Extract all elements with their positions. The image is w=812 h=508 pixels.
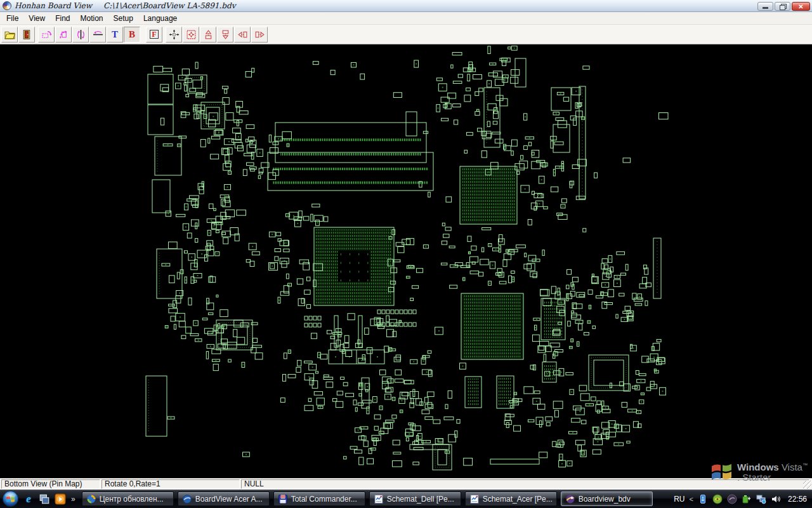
bottom-view-letter: B xyxy=(129,30,135,39)
open-file-button[interactable] xyxy=(1,27,18,43)
rotate-left-button[interactable] xyxy=(38,27,55,43)
watermark-edition: Vista xyxy=(782,462,802,472)
pan-right-button[interactable] xyxy=(251,27,268,43)
toolbar: T B F xyxy=(0,25,812,44)
task-label: Schemat_Acer [Pe... xyxy=(483,495,553,504)
taskbar-button-schemat-dell[interactable]: Schemat_Dell [Pe... xyxy=(369,491,461,506)
flip-vertical-icon xyxy=(75,29,86,40)
schematic-document-icon xyxy=(374,494,384,504)
flip-horizontal-icon xyxy=(93,29,103,40)
title-bar[interactable]: Honhan Board ViewC:\1\Acer\BoardView LA-… xyxy=(0,0,812,12)
watermark-trademark: ™ xyxy=(802,462,808,468)
task-buttons: Центр обновлен... BoardView Acer A... To… xyxy=(82,491,653,506)
tray-app-icon[interactable] xyxy=(727,494,737,504)
taskbar-button-schemat-acer[interactable]: Schemat_Acer [Pe... xyxy=(465,491,557,506)
pan-down-button[interactable] xyxy=(217,27,233,43)
boardview-app-icon xyxy=(182,494,192,504)
board-canvas[interactable] xyxy=(0,44,812,478)
taskbar-button-update-center[interactable]: Центр обновлен... xyxy=(82,491,174,506)
pan-left-button[interactable] xyxy=(234,27,251,43)
pan-up-button[interactable] xyxy=(200,27,216,43)
zoom-fit-button[interactable] xyxy=(166,27,182,43)
task-label: Центр обновлен... xyxy=(100,495,164,504)
volume-icon[interactable] xyxy=(771,494,781,504)
clock[interactable]: 22:56 xyxy=(788,495,807,504)
exit-door-icon xyxy=(22,29,32,40)
flip-horizontal-button[interactable] xyxy=(89,27,106,43)
taskbar: e » Центр обновлен... BoardView Acer A..… xyxy=(0,490,812,508)
rotate-left-icon xyxy=(41,29,52,40)
status-bar: Bottom View (Pin Map) Rotate 0,Rate=1 NU… xyxy=(0,478,812,490)
status-rotate-rate: Rotate 0,Rate=1 xyxy=(102,479,240,489)
task-label: Schemat_Dell [Pe... xyxy=(387,495,454,504)
antivirus-icon[interactable] xyxy=(712,494,723,504)
schematic-document-icon xyxy=(469,494,480,504)
quick-launch: e xyxy=(23,493,66,505)
task-label: Total Commander... xyxy=(291,495,357,504)
zoom-fit-icon xyxy=(169,29,180,40)
top-view-button[interactable]: T xyxy=(107,27,123,43)
top-view-letter: T xyxy=(112,30,118,39)
status-view-mode: Bottom View (Pin Map) xyxy=(1,479,100,489)
pan-up-icon xyxy=(203,29,214,40)
switch-windows-icon[interactable] xyxy=(39,493,50,505)
app-title: Honhan Board View xyxy=(15,1,92,10)
bottom-view-button[interactable]: B xyxy=(124,27,140,43)
open-folder-icon xyxy=(4,29,15,40)
menu-find[interactable]: Find xyxy=(50,13,75,24)
pan-down-icon xyxy=(220,29,231,40)
windows-update-icon xyxy=(86,494,96,504)
menu-file[interactable]: File xyxy=(1,13,23,24)
task-label: BoardView Acer A... xyxy=(195,495,263,504)
honhan-boardview-icon xyxy=(565,494,575,504)
pan-right-icon xyxy=(254,29,265,40)
tray-chevron-icon[interactable]: < xyxy=(690,495,693,503)
task-label: Boardview_bdv xyxy=(579,495,631,504)
network-icon[interactable] xyxy=(756,494,766,504)
watermark-starter: . Starter xyxy=(737,472,808,482)
pcb-board-view xyxy=(0,44,812,478)
internet-explorer-icon[interactable]: e xyxy=(23,493,34,505)
flip-vertical-button[interactable] xyxy=(72,27,89,43)
safely-remove-hardware-icon[interactable] xyxy=(698,494,708,504)
window-title: Honhan Board ViewC:\1\Acer\BoardView LA-… xyxy=(15,1,235,10)
media-player-icon[interactable] xyxy=(55,493,66,505)
close-icon: ✕ xyxy=(798,3,803,10)
minimize-button[interactable] xyxy=(757,2,773,11)
floppy-disk-icon xyxy=(278,494,288,504)
minimize-icon xyxy=(763,7,768,9)
language-indicator[interactable]: RU xyxy=(674,495,684,504)
frame-button[interactable]: F xyxy=(146,27,162,43)
file-path: C:\1\Acer\BoardView LA-5891.bdv xyxy=(103,1,236,10)
power-plug-icon[interactable] xyxy=(742,494,752,504)
vista-starter-watermark: Windows Vista™ . Starter xyxy=(710,460,808,482)
system-tray: RU < 22:56 xyxy=(674,494,812,504)
rotate-right-icon xyxy=(58,29,69,40)
menu-motion[interactable]: Motion xyxy=(75,13,108,24)
exit-button[interactable] xyxy=(18,27,35,43)
app-icon xyxy=(3,1,11,10)
taskbar-button-boardview-acer[interactable]: BoardView Acer A... xyxy=(178,491,270,506)
start-button[interactable] xyxy=(2,490,19,507)
taskbar-button-total-commander[interactable]: Total Commander... xyxy=(273,491,365,506)
restore-icon xyxy=(780,4,785,9)
taskbar-button-boardview-bdv[interactable]: Boardview_bdv xyxy=(561,491,653,506)
close-button[interactable]: ✕ xyxy=(792,2,810,11)
menu-view[interactable]: View xyxy=(23,13,50,24)
rotate-right-button[interactable] xyxy=(55,27,72,43)
menu-setup[interactable]: Setup xyxy=(108,13,138,24)
quick-launch-overflow-chevron[interactable]: » xyxy=(71,495,75,504)
pan-left-icon xyxy=(237,29,248,40)
windows-flag-icon xyxy=(710,460,733,481)
restore-button[interactable] xyxy=(775,2,790,11)
zoom-window-button[interactable] xyxy=(183,27,199,43)
zoom-window-icon xyxy=(186,29,197,40)
menu-language[interactable]: Language xyxy=(138,13,182,24)
watermark-brand: Windows xyxy=(737,462,779,472)
application-window: Honhan Board ViewC:\1\Acer\BoardView LA-… xyxy=(0,0,812,508)
menu-bar: File View Find Motion Setup Language xyxy=(0,12,812,25)
frame-letter: F xyxy=(150,30,158,39)
